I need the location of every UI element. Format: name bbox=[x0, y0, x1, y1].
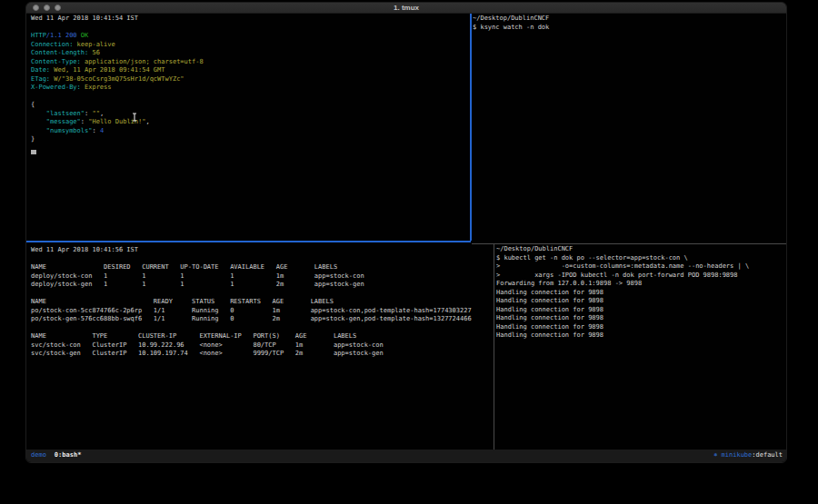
window-titlebar[interactable]: 1. tmux bbox=[26, 3, 786, 14]
mouse-cursor-ibeam bbox=[132, 113, 137, 122]
terminal-line: deploy/stock-gen 1 1 1 1 2m app=stock-ge… bbox=[31, 281, 493, 290]
terminal-cursor bbox=[31, 150, 36, 154]
terminal-line: ~/Desktop/DublinCNCF bbox=[473, 15, 782, 24]
pane-port-forward[interactable]: ~/Desktop/DublinCNCF$ kubectl get -n dok… bbox=[496, 245, 783, 341]
terminal-line: } bbox=[31, 135, 470, 144]
terminal-line: > xargs -IPOD kubectl -n dok port-forwar… bbox=[496, 272, 783, 281]
terminal-line: po/stock-con-5cc874766c-2p6rp 1/1 Runnin… bbox=[31, 307, 493, 316]
terminal-line: svc/stock-gen ClusterIP 10.109.197.74 <n… bbox=[31, 350, 493, 359]
terminal-line: "lastseen": "", bbox=[31, 110, 470, 119]
terminal-line: Wed 11 Apr 2018 10:41:56 IST bbox=[31, 246, 493, 255]
terminal-line: Handling connection for 9898 bbox=[496, 306, 783, 315]
terminal-line: Handling connection for 9898 bbox=[496, 323, 783, 332]
tmux-session-name: demo bbox=[31, 451, 46, 460]
pane-kubectl-get[interactable]: Wed 11 Apr 2018 10:41:56 ISTNAME DESIRED… bbox=[31, 246, 493, 359]
terminal-line: Wed 11 Apr 2018 10:41:54 IST bbox=[31, 15, 470, 24]
pane-divider-vertical-top[interactable] bbox=[470, 14, 472, 241]
terminal-window: 1. tmux Wed 11 Apr 2018 10:41:54 ISTHTTP… bbox=[25, 2, 787, 463]
tmux-status-bar: demo 0:bash* ⎈ minikube:default bbox=[26, 450, 786, 462]
terminal-line bbox=[31, 290, 493, 299]
terminal-line: Handling connection for 9898 bbox=[496, 297, 783, 306]
terminal-line: > -o=custom-columns=:metadata.name --no-… bbox=[496, 262, 783, 272]
window-title: 1. tmux bbox=[26, 4, 786, 13]
kube-context-indicator: ⎈ minikube:default bbox=[713, 451, 783, 460]
terminal-line bbox=[31, 255, 493, 264]
pane-ksync-watch[interactable]: ~/Desktop/DublinCNCF$ ksync watch -n dok bbox=[473, 15, 782, 32]
terminal-line: { bbox=[31, 101, 470, 110]
terminal-line bbox=[31, 93, 470, 102]
terminal-line: ~/Desktop/DublinCNCF bbox=[496, 245, 783, 254]
terminal-line bbox=[31, 324, 493, 333]
tmux-window-item[interactable]: 0:bash* bbox=[55, 451, 82, 460]
pane-divider-vertical-bottom[interactable] bbox=[494, 243, 494, 451]
pane-http-response[interactable]: Wed 11 Apr 2018 10:41:54 ISTHTTP/1.1 200… bbox=[31, 15, 470, 144]
terminal-line: "message": "Hello Dublin!", bbox=[31, 118, 470, 127]
terminal-line: $ kubectl get -n dok po --selector=app=s… bbox=[496, 254, 783, 263]
terminal-line: HTTP/1.1 200 OK bbox=[31, 32, 470, 41]
terminal-line: Connection: keep-alive bbox=[31, 41, 470, 50]
terminal-line: deploy/stock-con 1 1 1 1 1m app=stock-co… bbox=[31, 272, 493, 282]
terminal-line: NAME READY STATUS RESTARTS AGE LABELS bbox=[31, 298, 493, 307]
terminal-line: Content-Length: 56 bbox=[31, 49, 470, 58]
terminal-line: Forwarding from 127.0.0.1:9898 -> 9898 bbox=[496, 280, 783, 289]
terminal-line: NAME DESIRED CURRENT UP-TO-DATE AVAILABL… bbox=[31, 263, 493, 272]
terminal-line: X-Powered-By: Express bbox=[31, 84, 470, 93]
terminal-line: "numsymbols": 4 bbox=[31, 127, 470, 136]
terminal-line: Content-Type: application/json; charset=… bbox=[31, 58, 470, 67]
terminal-line: Handling connection for 9898 bbox=[496, 331, 783, 341]
terminal-line bbox=[31, 24, 470, 33]
pane-divider-horizontal-right[interactable] bbox=[472, 243, 787, 244]
terminal-line: po/stock-gen-576cc688bb-swqf6 1/1 Runnin… bbox=[31, 315, 493, 324]
terminal-line: svc/stock-con ClusterIP 10.99.222.96 <no… bbox=[31, 341, 493, 351]
terminal-line: Handling connection for 9898 bbox=[496, 289, 783, 298]
pane-divider-horizontal-left[interactable] bbox=[26, 241, 471, 242]
desktop-background: 1. tmux Wed 11 Apr 2018 10:41:54 ISTHTTP… bbox=[0, 0, 818, 504]
terminal-line: Handling connection for 9898 bbox=[496, 314, 783, 323]
terminal-line: ETag: W/"38-05coCsrg3mQ75sHr1d/qcWTwYZc" bbox=[31, 75, 470, 84]
terminal-line: $ ksync watch -n dok bbox=[473, 24, 782, 33]
terminal-line: Date: Wed, 11 Apr 2018 09:41:54 GMT bbox=[31, 66, 470, 75]
terminal-line: NAME TYPE CLUSTER-IP EXTERNAL-IP PORT(S)… bbox=[31, 332, 493, 341]
